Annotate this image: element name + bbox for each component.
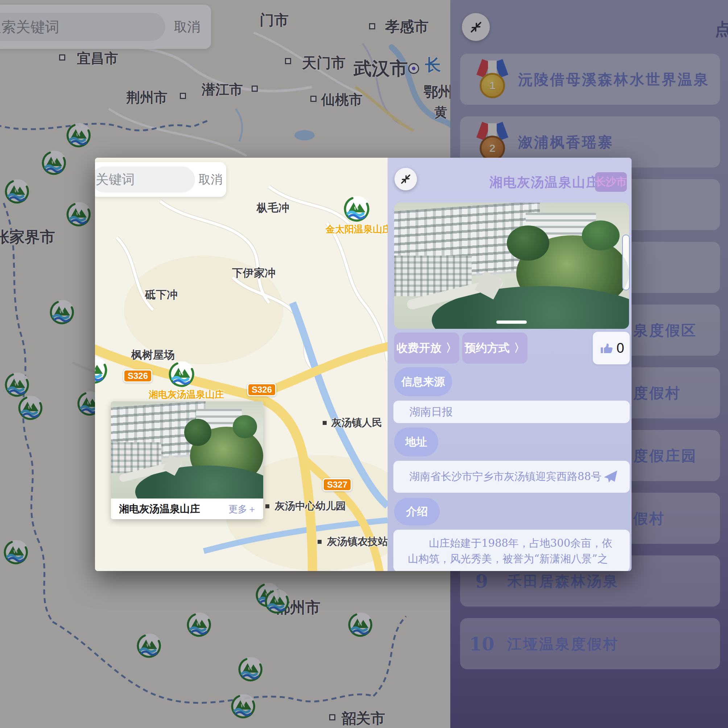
address-label: 地址 — [394, 427, 438, 456]
poi-marker — [318, 540, 321, 544]
search-bar: 搜索关键词 取消 — [95, 162, 226, 197]
more-link[interactable]: 更多＋ — [228, 503, 257, 515]
search-placeholder: 搜索关键词 — [95, 171, 135, 188]
address-value: 湖南省长沙市宁乡市灰汤镇迎宾西路88号 — [409, 470, 601, 484]
hot-spring-marker-icon[interactable] — [343, 195, 371, 222]
hot-spring-marker-icon[interactable] — [168, 360, 196, 388]
thumbs-up-icon — [598, 340, 613, 356]
chevron-right-icon: 〉 — [446, 340, 457, 356]
marker-label[interactable]: 湘电灰汤温泉山庄 — [148, 388, 216, 401]
poi-photo-card[interactable]: 湘电灰汤温泉山庄 更多＋ — [111, 401, 263, 519]
send-icon[interactable] — [602, 468, 619, 485]
booking-label: 预约方式 — [465, 340, 510, 356]
map-label: 砥下冲 — [145, 288, 177, 302]
info-source-label: 信息来源 — [394, 367, 452, 396]
poi-marker — [265, 504, 269, 508]
cancel-button[interactable]: 取消 — [199, 171, 223, 188]
detail-panel: 湘电灰汤温泉山庄 长沙市 收费开放 〉 预约方式 〉 0 — [388, 158, 632, 571]
intro-text: 山庄始建于1988年，占地300余亩，依山构筑，风光秀美，被誉为“新潇湘八景”之… — [393, 530, 630, 571]
carousel-indicator — [496, 321, 527, 324]
intro-label: 介绍 — [394, 498, 440, 525]
map-label: 下伊家冲 — [232, 266, 275, 281]
like-button[interactable]: 0 — [593, 332, 630, 364]
map-label: 灰汤镇农技站 — [327, 535, 388, 549]
like-count: 0 — [616, 340, 624, 356]
poi-marker — [323, 421, 327, 425]
address-box: 湖南省长沙市宁乡市灰汤镇迎宾西路88号 — [393, 461, 630, 493]
hot-spring-marker-icon[interactable] — [95, 355, 109, 384]
road-badge: S326 — [247, 383, 276, 396]
fee-open-button[interactable]: 收费开放 〉 — [394, 332, 459, 364]
info-source-value: 湖南日报 — [409, 405, 453, 419]
intro-box: 山庄始建于1988年，占地300余亩，依山构筑，风光秀美，被誉为“新潇湘八景”之… — [393, 530, 630, 571]
fee-open-label: 收费开放 — [397, 340, 442, 356]
detail-popup: 枞毛冲 下伊家冲 砥下冲 枫树屋场 灰汤镇人民 灰汤中心幼儿园 灰汤镇农技站 S… — [95, 158, 632, 571]
info-source-box: 湖南日报 — [393, 401, 630, 423]
popup-map[interactable]: 枞毛冲 下伊家冲 砥下冲 枫树屋场 灰汤镇人民 灰汤中心幼儿园 灰汤镇农技站 S… — [95, 158, 388, 571]
booking-button[interactable]: 预约方式 〉 — [462, 332, 528, 364]
collapse-button[interactable] — [395, 168, 417, 190]
map-label: 灰汤中心幼儿园 — [275, 499, 346, 513]
marker-label[interactable]: 金太阳温泉山庄 — [326, 223, 387, 236]
search-input[interactable]: 搜索关键词 — [95, 167, 195, 193]
map-label: 灰汤镇人民 — [331, 416, 382, 430]
collapse-icon — [398, 172, 413, 187]
app-root: 门市 孝感市 宜昌市 天门市 武汉市 长 潜江市 荆州市 仙桃市 鄂州 黄 张家… — [0, 0, 728, 728]
scroll-handle[interactable] — [622, 235, 630, 291]
city-tag[interactable]: 长沙市 — [595, 172, 627, 192]
chevron-right-icon: 〉 — [514, 340, 525, 356]
road-badge: S327 — [323, 478, 352, 491]
map-label: 枞毛冲 — [257, 200, 289, 216]
road-badge: S326 — [123, 369, 152, 382]
resort-photo[interactable] — [394, 203, 629, 329]
resort-photo — [111, 401, 263, 499]
panel-title: 湘电灰汤温泉山庄 — [482, 174, 607, 191]
card-title: 湘电灰汤温泉山庄 — [119, 502, 200, 516]
